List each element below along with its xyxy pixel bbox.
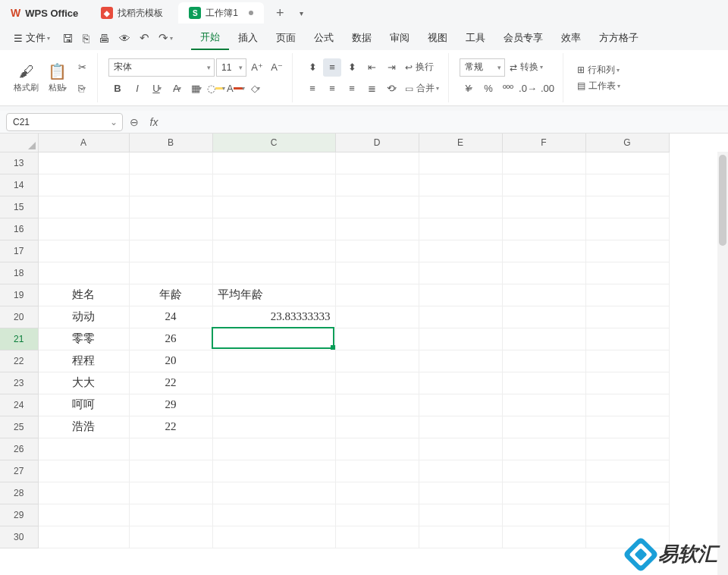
cell-B21[interactable]: 26 [129,328,212,350]
row-header-30[interactable]: 30 [0,526,38,548]
vertical-scrollbar[interactable] [717,152,728,575]
cell-C20[interactable]: 23.83333333 [212,306,335,328]
cell-B16[interactable] [129,218,212,240]
align-top-button[interactable]: ⬍ [303,58,322,77]
cancel-formula-button[interactable]: ⊖ [126,116,143,128]
cell-A28[interactable] [38,482,129,504]
align-middle-button[interactable]: ≡ [323,58,341,77]
cell-C22[interactable] [212,350,335,372]
cell-E21[interactable] [419,328,502,350]
cell-C26[interactable] [212,438,335,460]
cell-B14[interactable] [129,174,212,196]
export-button[interactable]: ⎘ [78,27,94,49]
cell-G22[interactable] [585,350,669,372]
cell-F18[interactable] [502,262,585,284]
tab-workbook[interactable]: S 工作簿1 [178,2,264,24]
cell-C25[interactable] [212,416,335,438]
cell-D19[interactable] [335,284,419,306]
cell-G24[interactable] [585,394,669,416]
row-header-27[interactable]: 27 [0,460,38,482]
menu-tab-member[interactable]: 会员专享 [494,27,552,49]
cell-G14[interactable] [585,174,669,196]
font-size-select[interactable]: 11 [216,58,246,77]
cell-D25[interactable] [335,416,419,438]
menu-tab-insert[interactable]: 插入 [229,27,267,49]
cell-B22[interactable]: 20 [129,350,212,372]
row-header-21[interactable]: 21 [0,328,38,350]
cell-C23[interactable] [212,372,335,394]
strikethrough-button[interactable]: A̶▾ [168,80,186,98]
new-tab-button[interactable]: + [273,5,287,21]
row-header-25[interactable]: 25 [0,416,38,438]
cell-E30[interactable] [419,526,502,548]
cell-B26[interactable] [129,438,212,460]
align-left-button[interactable]: ≡ [303,80,322,98]
cell-D20[interactable] [335,306,419,328]
cell-A20[interactable]: 动动 [38,306,129,328]
preview-button[interactable]: 👁 [115,27,135,49]
cell-G17[interactable] [585,240,669,262]
merge-button[interactable]: ▭合并▾ [402,82,442,95]
cell-F19[interactable] [502,284,585,306]
cell-D15[interactable] [335,196,419,218]
cell-D26[interactable] [335,438,419,460]
row-header-24[interactable]: 24 [0,394,38,416]
cell-F25[interactable] [502,416,585,438]
cell-E23[interactable] [419,372,502,394]
cell-C29[interactable] [212,504,335,526]
increase-font-button[interactable]: A⁺ [248,58,266,77]
cell-F17[interactable] [502,240,585,262]
wrap-text-button[interactable]: ↩换行 [402,61,437,74]
cell-F30[interactable] [502,526,585,548]
row-header-18[interactable]: 18 [0,262,38,284]
align-right-button[interactable]: ≡ [343,80,361,98]
menu-tab-view[interactable]: 视图 [419,27,457,49]
tab-template-store[interactable]: ◆ 找稻壳模板 [90,2,174,24]
cell-G21[interactable] [585,328,669,350]
cell-G27[interactable] [585,460,669,482]
menu-tab-efficiency[interactable]: 效率 [552,27,590,49]
cell-A29[interactable] [38,504,129,526]
cell-G16[interactable] [585,218,669,240]
col-header-A[interactable]: A [38,134,129,152]
cell-F29[interactable] [502,504,585,526]
cell-G28[interactable] [585,482,669,504]
currency-button[interactable]: ¥▾ [460,80,478,98]
cell-D23[interactable] [335,372,419,394]
menu-tab-data[interactable]: 数据 [343,27,381,49]
cell-C24[interactable] [212,394,335,416]
cell-C17[interactable] [212,240,335,262]
cut-button[interactable]: ✂ [73,58,91,77]
spreadsheet-grid[interactable]: ABCDEFG13141516171819姓名年龄平均年龄20动动2423.83… [0,134,728,575]
clear-format-button[interactable]: ◇▾ [246,80,265,98]
cell-E28[interactable] [419,482,502,504]
menu-tab-review[interactable]: 审阅 [381,27,419,49]
cell-B20[interactable]: 24 [129,306,212,328]
row-header-19[interactable]: 19 [0,284,38,306]
cell-F24[interactable] [502,394,585,416]
menu-tab-page[interactable]: 页面 [267,27,305,49]
save-button[interactable]: 🖫 [58,27,78,49]
percent-button[interactable]: % [479,80,497,98]
convert-button[interactable]: ⇄转换▾ [507,61,546,74]
cell-F21[interactable] [502,328,585,350]
row-header-29[interactable]: 29 [0,504,38,526]
menu-tab-ffgz[interactable]: 方方格子 [590,27,648,49]
cell-F14[interactable] [502,174,585,196]
cell-F15[interactable] [502,196,585,218]
cell-G23[interactable] [585,372,669,394]
font-name-select[interactable]: 宋体 [108,58,215,77]
name-box[interactable]: C21 [6,113,123,131]
decrease-decimal-button[interactable]: .0→ [519,80,537,98]
row-header-26[interactable]: 26 [0,438,38,460]
indent-increase-button[interactable]: ⇥ [382,58,400,77]
undo-button[interactable]: ↶ [135,27,154,49]
cell-B27[interactable] [129,460,212,482]
cell-C28[interactable] [212,482,335,504]
cell-A30[interactable] [38,526,129,548]
cell-C16[interactable] [212,218,335,240]
row-header-22[interactable]: 22 [0,350,38,372]
cell-A17[interactable] [38,240,129,262]
cell-F16[interactable] [502,218,585,240]
cell-C14[interactable] [212,174,335,196]
